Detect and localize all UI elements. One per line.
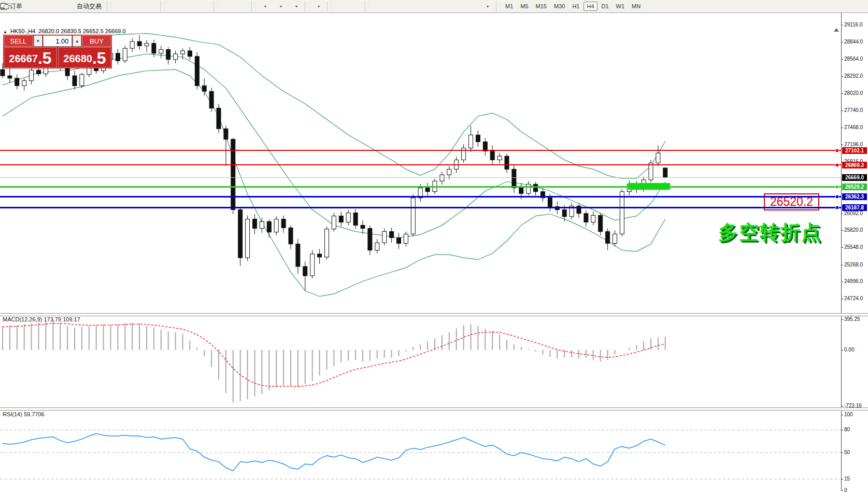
timeframe-m1-button[interactable]: M1 bbox=[502, 2, 516, 11]
zoom-out-button[interactable] bbox=[182, 1, 196, 12]
new-chart-button[interactable]: ▾ bbox=[258, 1, 272, 12]
chat-button[interactable] bbox=[849, 1, 863, 12]
text-label-button[interactable]: T bbox=[464, 1, 479, 12]
main-chart-canvas[interactable] bbox=[0, 13, 841, 301]
ohlc-low: 26652.5 bbox=[83, 28, 104, 34]
macd-axis-tick bbox=[841, 350, 843, 350]
rsi-axis-label: 100 bbox=[844, 412, 853, 417]
collapse-triangle-icon[interactable]: ▲ bbox=[3, 30, 7, 34]
candlestick-chart-button[interactable] bbox=[129, 1, 143, 12]
hline-anchor-marker[interactable] bbox=[835, 149, 839, 152]
rsi-axis-label: 15 bbox=[844, 476, 850, 482]
toolbar-separator bbox=[107, 2, 111, 11]
price-axis-label: 28564.0 bbox=[844, 56, 863, 62]
sell-price-main: 26667 bbox=[9, 51, 38, 66]
zoom-in-button[interactable] bbox=[166, 1, 181, 12]
highlight-rectangle-object[interactable] bbox=[628, 183, 670, 190]
toolbar-separator bbox=[305, 2, 309, 11]
price-axis-label: 25268.0 bbox=[844, 262, 863, 267]
price-tag: 26187.8 bbox=[842, 204, 867, 211]
volume-increase-button[interactable]: ▲ bbox=[73, 35, 81, 47]
sell-button[interactable]: SELL bbox=[4, 35, 33, 47]
market-watch-button[interactable] bbox=[27, 1, 41, 12]
bar-chart-button[interactable] bbox=[113, 1, 127, 12]
search-button[interactable] bbox=[833, 1, 848, 12]
horizontal-line-button[interactable] bbox=[387, 1, 401, 12]
hline-anchor-marker[interactable] bbox=[835, 185, 839, 189]
horizontal-line-object[interactable] bbox=[0, 150, 841, 151]
rsi-axis-tick bbox=[841, 430, 843, 430]
buy-price-frac: .5 bbox=[92, 50, 106, 66]
auto-scroll-button[interactable] bbox=[220, 1, 234, 12]
equidistant-channel-button[interactable]: E bbox=[418, 1, 432, 12]
signal-button[interactable] bbox=[58, 1, 73, 12]
navigator-button[interactable] bbox=[42, 1, 57, 12]
price-axis-tick bbox=[841, 281, 843, 282]
horizontal-line-object[interactable] bbox=[0, 196, 841, 198]
timeframe-h1-button[interactable]: H1 bbox=[569, 2, 582, 11]
indicators-button[interactable]: ▾ bbox=[311, 1, 325, 12]
templates-button[interactable]: ▾ bbox=[289, 1, 303, 12]
price-axis-tick bbox=[841, 25, 843, 25]
rsi-axis-label: 80 bbox=[844, 427, 850, 432]
timeframe-w1-button[interactable]: W1 bbox=[613, 2, 628, 11]
ohlc-high: 26830.5 bbox=[61, 28, 81, 34]
toolbar-separator bbox=[327, 2, 332, 11]
autotrading-label: 自动交易 bbox=[77, 2, 102, 11]
macd-canvas[interactable] bbox=[0, 315, 841, 407]
price-tag: 26669.0 bbox=[842, 174, 867, 181]
shapes-button[interactable]: ▾ bbox=[480, 1, 494, 12]
timeframe-m5-button[interactable]: M5 bbox=[517, 2, 531, 11]
horizontal-line-object[interactable] bbox=[0, 186, 841, 188]
rsi-canvas[interactable] bbox=[0, 410, 841, 493]
line-chart-button[interactable] bbox=[144, 1, 159, 12]
turning-point-annotation[interactable]: 多空转折点 bbox=[718, 219, 822, 246]
price-axis-tick bbox=[841, 110, 843, 111]
price-axis-tick bbox=[841, 214, 843, 214]
volume-input[interactable]: 1.00 bbox=[43, 35, 73, 47]
timeframe-m15-button[interactable]: M15 bbox=[533, 2, 550, 11]
chart-window[interactable]: 27102.126869.326669.026520.226362.326187… bbox=[0, 13, 868, 493]
price-axis-label: 26092.0 bbox=[844, 210, 863, 216]
timeframe-h4-button[interactable]: H4 bbox=[584, 2, 597, 11]
crosshair-button[interactable] bbox=[349, 1, 363, 12]
rsi-axis-tick bbox=[841, 453, 843, 453]
rsi-axis-label: 50 bbox=[844, 449, 850, 455]
horizontal-line-object[interactable] bbox=[0, 164, 841, 165]
periods-button[interactable]: ▾ bbox=[273, 1, 288, 12]
timeframe-d1-button[interactable]: D1 bbox=[599, 2, 612, 11]
chevron-down-icon: ▾ bbox=[280, 4, 282, 9]
price-axis-tick bbox=[841, 247, 843, 248]
timeframe-m30-button[interactable]: M30 bbox=[551, 2, 568, 11]
hline-anchor-marker[interactable] bbox=[835, 206, 839, 209]
timeframe-mn-button[interactable]: MN bbox=[629, 2, 644, 11]
autotrading-button[interactable]: 自动交易 bbox=[74, 1, 105, 12]
ohlc-open: 26820.0 bbox=[38, 28, 59, 34]
chevron-down-icon: ▾ bbox=[487, 4, 489, 9]
rsi-axis-tick bbox=[841, 415, 843, 415]
hline-anchor-marker[interactable] bbox=[835, 163, 839, 167]
trendline-button[interactable] bbox=[402, 1, 417, 12]
horizontal-line-object[interactable] bbox=[0, 207, 841, 208]
cursor-button[interactable] bbox=[333, 1, 348, 12]
horizontal-line-object[interactable] bbox=[0, 177, 841, 178]
buy-price[interactable]: 26680.5 bbox=[58, 47, 111, 68]
chat-icon bbox=[0, 3, 9, 10]
chart-shift-button[interactable] bbox=[235, 1, 250, 12]
volume-decrease-button[interactable]: ▼ bbox=[34, 35, 42, 47]
price-axis-label: 27196.0 bbox=[844, 142, 863, 147]
toolbar-separator bbox=[365, 2, 369, 11]
sell-price-frac: .5 bbox=[38, 50, 52, 66]
vertical-line-button[interactable] bbox=[371, 1, 386, 12]
tile-windows-button[interactable] bbox=[197, 1, 212, 12]
one-click-trading-panel: SELL ▼ 1.00 ▲ BUY 26667.5 26680.5 bbox=[3, 35, 112, 68]
price-axis-label: 29116.0 bbox=[844, 22, 862, 27]
sell-price[interactable]: 26667.5 bbox=[4, 47, 57, 68]
toolbar-separator bbox=[160, 2, 165, 11]
buy-button[interactable]: BUY bbox=[82, 35, 111, 47]
hline-anchor-marker[interactable] bbox=[835, 195, 839, 199]
text-button[interactable]: A bbox=[449, 1, 463, 12]
fibonacci-button[interactable]: F bbox=[433, 1, 448, 12]
rsi-axis-label: 0 bbox=[844, 487, 847, 493]
price-axis-line bbox=[841, 13, 842, 491]
